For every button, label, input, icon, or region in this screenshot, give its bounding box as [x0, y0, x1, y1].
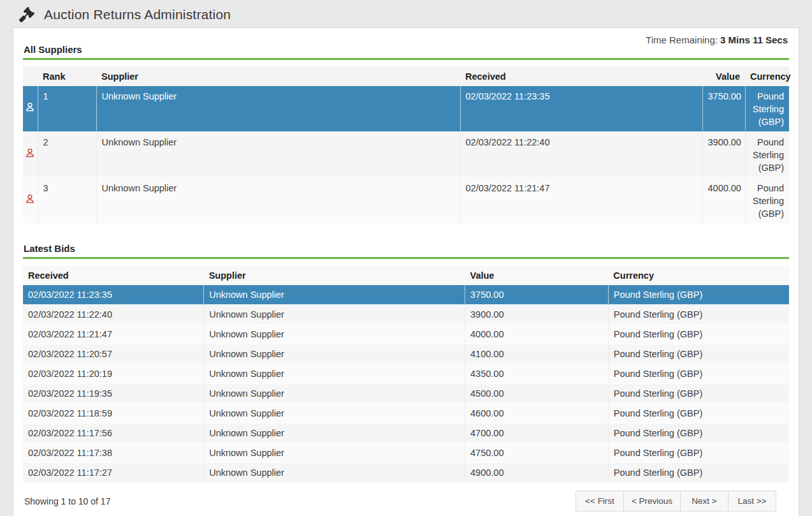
pagination-first-button[interactable]: << First: [576, 490, 624, 512]
bid-currency-cell: Pound Sterling (GBP): [608, 424, 789, 443]
bid-row[interactable]: 02/03/2022 11:23:35Unknown Supplier3750.…: [23, 285, 789, 305]
bid-row[interactable]: 02/03/2022 11:20:57Unknown Supplier4100.…: [23, 344, 789, 364]
bid-supplier-cell: Unknown Supplier: [204, 404, 465, 424]
supplier-rank-cell: 2: [38, 132, 96, 178]
bid-value-cell: 3900.00: [465, 305, 609, 325]
bid-currency-cell: Pound Sterling (GBP): [608, 285, 789, 305]
supplier-row[interactable]: 1Unknown Supplier02/03/2022 11:23:353750…: [23, 86, 789, 132]
bid-value-cell: 4350.00: [465, 364, 609, 384]
user-icon: [25, 194, 35, 204]
pagination-last-button[interactable]: Last >>: [728, 490, 776, 512]
all-suppliers-column-header-rank: Rank: [38, 66, 96, 86]
bid-supplier-cell: Unknown Supplier: [204, 344, 465, 364]
bid-value-cell: 4000.00: [465, 325, 609, 344]
bid-currency-cell: Pound Sterling (GBP): [608, 463, 789, 483]
supplier-row-icon-cell: [23, 132, 38, 178]
latest-bids-heading: Latest Bids: [23, 243, 789, 259]
content-card: Time Remaining: 3 Mins 11 Secs All Suppl…: [13, 27, 799, 516]
supplier-received-cell: 02/03/2022 11:22:40: [460, 132, 702, 178]
latest-bids-header: ReceivedSupplierValueCurrency: [23, 265, 789, 285]
supplier-row-icon-cell: [23, 178, 38, 224]
latest-bids-column-header-currency: Currency: [608, 265, 789, 285]
all-suppliers-table: RankSupplierReceivedValueCurrency 1Unkno…: [23, 66, 789, 224]
supplier-value-cell: 4000.00: [702, 178, 745, 224]
bid-currency-cell: Pound Sterling (GBP): [608, 384, 789, 404]
bid-row[interactable]: 02/03/2022 11:17:27Unknown Supplier4900.…: [23, 463, 789, 483]
bid-supplier-cell: Unknown Supplier: [204, 384, 465, 404]
bid-supplier-cell: Unknown Supplier: [204, 463, 465, 483]
all-suppliers-column-header-supplier: Supplier: [96, 66, 460, 86]
bid-value-cell: 4900.00: [465, 463, 609, 483]
page-header: Auction Returns Administration: [0, 0, 812, 27]
user-icon: [25, 102, 35, 112]
bid-received-cell: 02/03/2022 11:20:19: [23, 364, 204, 384]
bid-currency-cell: Pound Sterling (GBP): [608, 325, 789, 344]
bid-value-cell: 4500.00: [465, 384, 609, 404]
bid-row[interactable]: 02/03/2022 11:22:40Unknown Supplier3900.…: [23, 305, 789, 325]
supplier-name-cell: Unknown Supplier: [96, 178, 460, 224]
auction-admin-screen: Auction Returns Administration Time Rema…: [0, 0, 812, 516]
bid-received-cell: 02/03/2022 11:17:38: [23, 443, 204, 463]
supplier-row[interactable]: 3Unknown Supplier02/03/2022 11:21:474000…: [23, 178, 789, 224]
bid-currency-cell: Pound Sterling (GBP): [608, 443, 789, 463]
bid-received-cell: 02/03/2022 11:21:47: [23, 325, 204, 344]
time-remaining-value: 3 Mins 11 Secs: [720, 34, 788, 45]
bid-supplier-cell: Unknown Supplier: [204, 305, 465, 325]
supplier-received-cell: 02/03/2022 11:23:35: [460, 86, 702, 132]
bid-row[interactable]: 02/03/2022 11:17:38Unknown Supplier4750.…: [23, 443, 789, 463]
bid-received-cell: 02/03/2022 11:23:35: [23, 285, 204, 305]
bid-received-cell: 02/03/2022 11:17:56: [23, 424, 204, 443]
bid-currency-cell: Pound Sterling (GBP): [608, 344, 789, 364]
supplier-rank-cell: 1: [38, 86, 96, 132]
all-suppliers-heading: All Suppliers: [23, 44, 789, 60]
bid-supplier-cell: Unknown Supplier: [204, 424, 465, 443]
bid-row[interactable]: 02/03/2022 11:18:59Unknown Supplier4600.…: [23, 404, 789, 424]
pagination-next-button[interactable]: Next >: [680, 490, 729, 512]
supplier-currency-cell: Pound Sterling (GBP): [745, 86, 789, 132]
bid-received-cell: 02/03/2022 11:20:57: [23, 344, 204, 364]
showing-summary: Showing 1 to 10 of 17: [24, 496, 110, 506]
bid-row[interactable]: 02/03/2022 11:21:47Unknown Supplier4000.…: [23, 325, 789, 344]
all-suppliers-icon-column-header: [23, 66, 38, 86]
pagination-previous-button[interactable]: < Previous: [623, 490, 681, 512]
latest-bids-table: ReceivedSupplierValueCurrency 02/03/2022…: [23, 265, 789, 483]
supplier-rank-cell: 3: [38, 178, 96, 224]
gavel-icon: [19, 7, 34, 22]
bid-received-cell: 02/03/2022 11:17:27: [23, 463, 204, 483]
bid-currency-cell: Pound Sterling (GBP): [608, 404, 789, 424]
supplier-row[interactable]: 2Unknown Supplier02/03/2022 11:22:403900…: [23, 132, 789, 178]
all-suppliers-header: RankSupplierReceivedValueCurrency: [23, 66, 789, 86]
bid-supplier-cell: Unknown Supplier: [204, 325, 465, 344]
bid-supplier-cell: Unknown Supplier: [204, 285, 465, 305]
bid-received-cell: 02/03/2022 11:18:59: [23, 404, 204, 424]
bid-row[interactable]: 02/03/2022 11:17:56Unknown Supplier4700.…: [23, 424, 789, 443]
supplier-currency-cell: Pound Sterling (GBP): [745, 132, 789, 178]
bid-value-cell: 4600.00: [465, 404, 609, 424]
latest-bids-column-header-value: Value: [465, 265, 609, 285]
time-remaining-label: Time Remaining:: [646, 34, 718, 45]
supplier-received-cell: 02/03/2022 11:21:47: [460, 178, 702, 224]
supplier-currency-cell: Pound Sterling (GBP): [745, 178, 789, 224]
bid-row[interactable]: 02/03/2022 11:19:35Unknown Supplier4500.…: [23, 384, 789, 404]
latest-bids-column-header-supplier: Supplier: [204, 265, 465, 285]
bid-supplier-cell: Unknown Supplier: [204, 364, 465, 384]
bid-currency-cell: Pound Sterling (GBP): [608, 305, 789, 325]
bid-currency-cell: Pound Sterling (GBP): [608, 364, 789, 384]
bid-supplier-cell: Unknown Supplier: [204, 443, 465, 463]
supplier-row-icon-cell: [23, 86, 38, 132]
bid-value-cell: 4700.00: [465, 424, 609, 443]
page-title: Auction Returns Administration: [44, 7, 231, 22]
supplier-value-cell: 3750.00: [702, 86, 745, 132]
bid-value-cell: 4100.00: [465, 344, 609, 364]
bid-received-cell: 02/03/2022 11:22:40: [23, 305, 204, 325]
pagination: << First< PreviousNext >Last >>: [576, 490, 776, 512]
latest-bids-column-header-received: Received: [23, 265, 204, 285]
bid-row[interactable]: 02/03/2022 11:20:19Unknown Supplier4350.…: [23, 364, 789, 384]
bid-received-cell: 02/03/2022 11:19:35: [23, 384, 204, 404]
supplier-value-cell: 3900.00: [702, 132, 745, 178]
all-suppliers-column-header-received: Received: [460, 66, 702, 86]
table-footer: Showing 1 to 10 of 17 << First< Previous…: [23, 483, 789, 516]
supplier-name-cell: Unknown Supplier: [96, 132, 460, 178]
bid-value-cell: 3750.00: [465, 285, 609, 305]
bid-value-cell: 4750.00: [465, 443, 609, 463]
